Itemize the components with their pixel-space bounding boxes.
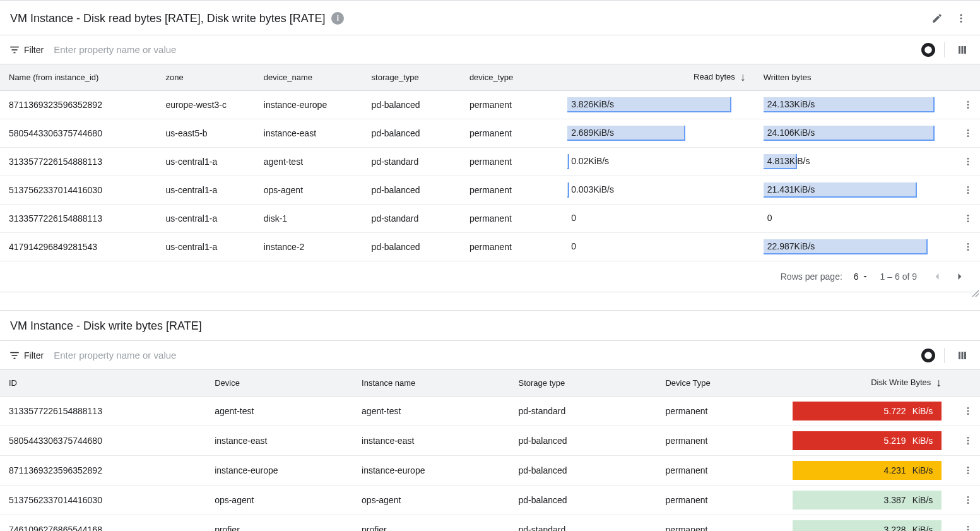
cell-id: 7461096276865544168 (0, 515, 206, 532)
cell-zone: us-central1-a (156, 233, 254, 261)
cell-device: ops-agent (255, 176, 363, 205)
row-menu-icon[interactable] (959, 432, 977, 450)
panel1-filter-input[interactable] (51, 37, 914, 63)
panel2-filter-input[interactable] (51, 342, 914, 368)
cell-device: profier (206, 515, 353, 532)
cell-read: 0.003KiB/s (558, 176, 755, 205)
row-menu-icon[interactable] (959, 521, 977, 531)
row-menu-icon[interactable] (959, 491, 977, 509)
filter-icon (9, 44, 20, 56)
cell-device: agent-test (255, 148, 363, 176)
more-vert-icon[interactable] (952, 9, 970, 27)
svg-point-4 (967, 104, 969, 106)
cell-device: instance-east (206, 426, 353, 456)
cell-storage: pd-standard (363, 148, 461, 176)
cell-storage: pd-standard (363, 205, 461, 233)
cell-instance: instance-east (353, 426, 509, 456)
page-next-button[interactable] (951, 268, 969, 285)
columns-icon[interactable] (953, 41, 971, 59)
row-menu-icon[interactable] (959, 238, 977, 256)
row-menu-icon[interactable] (959, 210, 977, 227)
col-written-bytes[interactable]: Written bytes (755, 64, 951, 91)
row-menu-icon[interactable] (959, 462, 977, 479)
bar-value: 0.02KiB/s (567, 154, 746, 166)
svg-point-6 (967, 129, 969, 131)
col-storage-type[interactable]: Storage type (510, 370, 657, 397)
col-storage-type[interactable]: storage_type (363, 64, 461, 91)
cell-write: 4.813KiB/s (755, 148, 951, 176)
table-row: 5805443306375744680us-east5-binstance-ea… (0, 119, 980, 148)
table-row: 8711369323596352892instance-europeinstan… (0, 456, 980, 486)
panel2-filter-bar: Filter (0, 340, 980, 369)
svg-point-19 (967, 246, 969, 248)
svg-point-29 (967, 472, 969, 474)
rows-per-page-label: Rows per page: (781, 271, 842, 282)
svg-point-5 (967, 107, 969, 109)
filter-label: Filter (9, 44, 44, 56)
info-icon[interactable]: i (331, 12, 344, 25)
col-read-bytes[interactable]: Read bytes↓ (558, 64, 755, 91)
cell-storage: pd-balanced (363, 176, 461, 205)
table-row: 5805443306375744680instance-eastinstance… (0, 426, 980, 456)
col-zone[interactable]: zone (156, 64, 254, 91)
svg-point-12 (967, 186, 969, 188)
cell-id: 5137562337014416030 (0, 486, 206, 515)
row-menu-icon[interactable] (959, 181, 977, 199)
rows-per-page-select[interactable]: 6 (854, 271, 869, 282)
cell-storage: pd-balanced (363, 233, 461, 261)
cell-write-bytes: 4.231KiB/s (784, 456, 950, 486)
svg-point-8 (967, 135, 969, 137)
cell-name: 5137562337014416030 (0, 176, 156, 205)
svg-point-16 (967, 218, 969, 220)
page-prev-button[interactable] (928, 268, 946, 285)
cell-name: 5805443306375744680 (0, 119, 156, 148)
svg-point-23 (967, 413, 969, 415)
table-row: 3133577226154888113agent-testagent-testp… (0, 397, 980, 426)
cell-storage: pd-balanced (363, 91, 461, 119)
col-device-name[interactable]: device_name (255, 64, 363, 91)
svg-point-15 (967, 215, 969, 217)
col-name[interactable]: Name (from instance_id) (0, 64, 156, 91)
cell-write: 21.431KiB/s (755, 176, 951, 205)
table-row: 8711369323596352892europe-west3-cinstanc… (0, 91, 980, 119)
help-icon[interactable] (921, 349, 935, 362)
sort-desc-icon: ↓ (740, 71, 746, 83)
row-menu-icon[interactable] (959, 153, 977, 170)
table-row: 3133577226154888113us-central1-adisk-1pd… (0, 205, 980, 233)
cell-read: 2.689KiB/s (558, 119, 755, 148)
bar-value: 0.003KiB/s (567, 182, 746, 194)
filter-label: Filter (9, 350, 44, 361)
cell-write-bytes: 3.228KiB/s (784, 515, 950, 532)
sort-desc-icon: ↓ (936, 376, 942, 389)
cell-dtype: permanent (461, 148, 558, 176)
svg-point-9 (967, 158, 969, 160)
svg-point-24 (967, 437, 969, 439)
columns-icon[interactable] (953, 347, 971, 364)
bar-value: 3.826KiB/s (567, 97, 746, 109)
col-disk-write-bytes[interactable]: Disk Write Bytes↓ (784, 370, 950, 397)
table-row: 5137562337014416030us-central1-aops-agen… (0, 176, 980, 205)
col-id[interactable]: ID (0, 370, 206, 397)
cell-write: 24.106KiB/s (755, 119, 951, 148)
table-row: 7461096276865544168profierprofierpd-stan… (0, 515, 980, 532)
col-device-type[interactable]: device_type (461, 64, 558, 91)
cell-zone: us-central1-a (156, 205, 254, 233)
row-menu-icon[interactable] (959, 96, 977, 114)
resize-handle-icon[interactable] (971, 289, 980, 298)
help-icon[interactable] (921, 43, 935, 57)
table-row: 417914296849281543us-central1-ainstance-… (0, 233, 980, 261)
panel1-title-bar: VM Instance - Disk read bytes [RATE], Di… (0, 1, 980, 35)
cell-name: 8711369323596352892 (0, 91, 156, 119)
cell-zone: us-central1-a (156, 148, 254, 176)
col-device-type[interactable]: Device Type (656, 370, 784, 397)
row-menu-icon[interactable] (959, 402, 977, 420)
row-menu-icon[interactable] (959, 124, 977, 142)
col-device[interactable]: Device (206, 370, 353, 397)
cell-id: 8711369323596352892 (0, 456, 206, 486)
edit-icon[interactable] (928, 9, 946, 27)
cell-read: 3.826KiB/s (558, 91, 755, 119)
col-instance-name[interactable]: Instance name (353, 370, 509, 397)
panel1-table: Name (from instance_id) zone device_name… (0, 64, 980, 261)
panel1-filter-bar: Filter (0, 35, 980, 64)
cell-storage: pd-standard (510, 515, 657, 532)
